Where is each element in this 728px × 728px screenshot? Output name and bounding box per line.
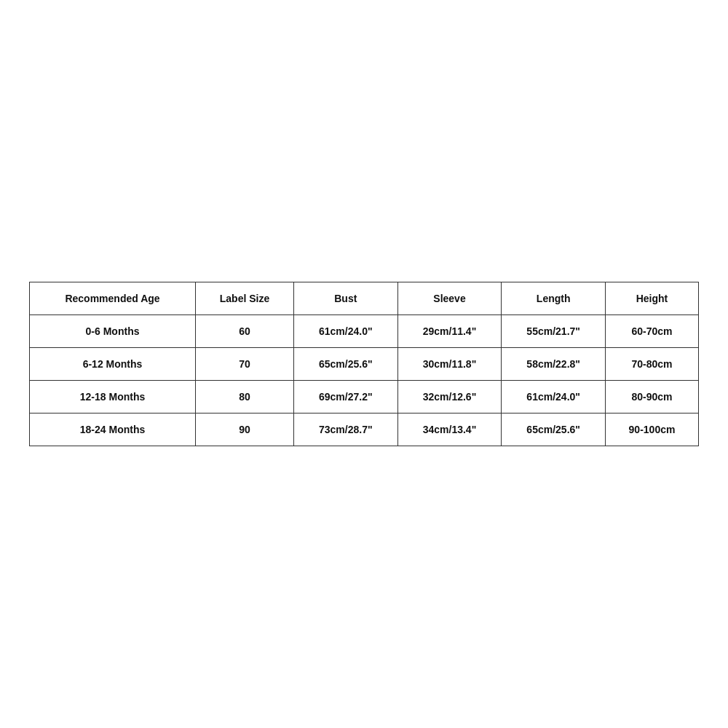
cell-label-size: 70 — [196, 348, 294, 381]
cell-sleeve: 32cm/12.6" — [397, 381, 502, 414]
cell-age: 6-12 Months — [30, 348, 196, 381]
cell-length: 61cm/24.0" — [502, 381, 606, 414]
col-header-height: Height — [606, 282, 699, 315]
cell-height: 70-80cm — [606, 348, 699, 381]
cell-label-size: 90 — [196, 414, 294, 446]
col-header-sleeve: Sleeve — [397, 282, 502, 315]
cell-height: 80-90cm — [606, 381, 699, 414]
table-row: 18-24 Months9073cm/28.7"34cm/13.4"65cm/2… — [30, 414, 699, 446]
cell-age: 0-6 Months — [30, 315, 196, 348]
cell-sleeve: 30cm/11.8" — [397, 348, 502, 381]
table-row: 12-18 Months8069cm/27.2"32cm/12.6"61cm/2… — [30, 381, 699, 414]
cell-length: 55cm/21.7" — [502, 315, 606, 348]
table-row: 0-6 Months6061cm/24.0"29cm/11.4"55cm/21.… — [30, 315, 699, 348]
cell-height: 90-100cm — [606, 414, 699, 446]
cell-sleeve: 34cm/13.4" — [397, 414, 502, 446]
cell-length: 65cm/25.6" — [502, 414, 606, 446]
cell-age: 18-24 Months — [30, 414, 196, 446]
size-chart-table: Recommended Age Label Size Bust Sleeve L… — [29, 282, 699, 446]
col-header-length: Length — [502, 282, 606, 315]
table-row: 6-12 Months7065cm/25.6"30cm/11.8"58cm/22… — [30, 348, 699, 381]
cell-bust: 61cm/24.0" — [293, 315, 397, 348]
cell-bust: 73cm/28.7" — [293, 414, 397, 446]
cell-sleeve: 29cm/11.4" — [397, 315, 502, 348]
col-header-age: Recommended Age — [30, 282, 196, 315]
cell-age: 12-18 Months — [30, 381, 196, 414]
table-header-row: Recommended Age Label Size Bust Sleeve L… — [30, 282, 699, 315]
size-chart-wrapper: Recommended Age Label Size Bust Sleeve L… — [29, 282, 699, 446]
cell-bust: 65cm/25.6" — [293, 348, 397, 381]
cell-height: 60-70cm — [606, 315, 699, 348]
col-header-label-size: Label Size — [196, 282, 294, 315]
cell-label-size: 60 — [196, 315, 294, 348]
cell-length: 58cm/22.8" — [502, 348, 606, 381]
cell-bust: 69cm/27.2" — [293, 381, 397, 414]
col-header-bust: Bust — [293, 282, 397, 315]
cell-label-size: 80 — [196, 381, 294, 414]
